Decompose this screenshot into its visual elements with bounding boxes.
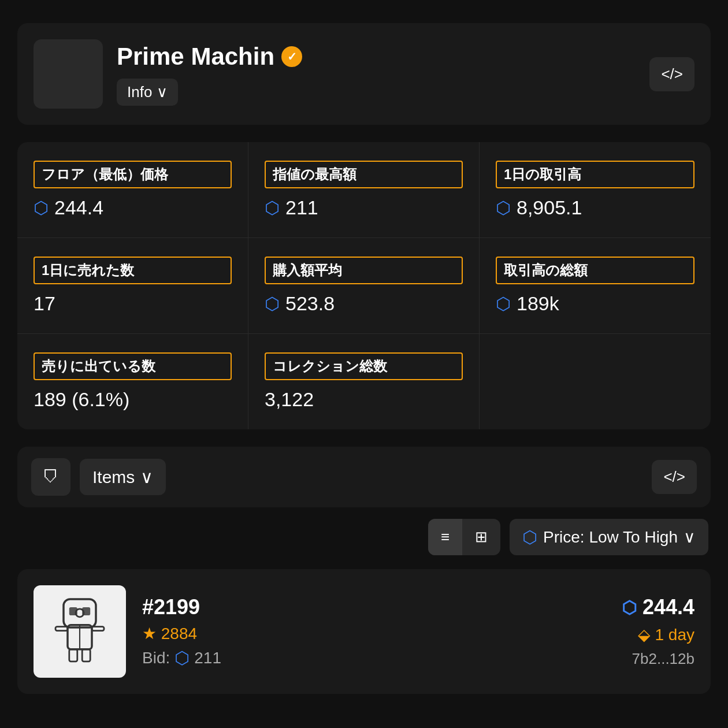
stat-label-listed: 売りに出ている数 [34,352,232,380]
stat-cell-avg: 購入額平均 ⬡ 523.8 [248,238,480,334]
svg-rect-6 [92,627,104,631]
svg-rect-5 [55,627,68,631]
stat-label-total-volume: 取引高の総額 [496,257,694,284]
bid-label: Bid: [142,649,170,667]
stat-cell-floor: フロア（最低）価格 ⬡ 244.4 [17,142,248,238]
bid-value: 211 [285,196,318,219]
stat-label-bid: 指値の最高額 [265,161,463,188]
rank-star-icon: ★ [142,625,157,642]
bid-value-item: 211 [194,649,221,667]
stat-value-total: 3,122 [265,388,463,411]
nft-price: ⬡ 244.4 [622,595,694,619]
nft-time: ⬙ 1 day [638,625,695,644]
stat-cell-listed: 売りに出ている数 189 (6.1%) [17,334,248,429]
stat-cell-sales: 1日に売れた数 17 [17,238,248,334]
eth-icon-price: ⬡ [622,597,637,618]
eth-icon-bid: ⬡ [265,198,280,218]
stat-label-floor: フロア（最低）価格 [34,161,232,188]
total-value: 3,122 [265,388,314,411]
stat-value-sales: 17 [34,292,232,315]
verified-badge: ✓ [281,46,302,67]
stat-value-volume-day: ⬡ 8,905.1 [496,196,694,219]
items-label: Items [92,467,135,487]
items-dropdown-button[interactable]: Items ∨ [80,459,166,495]
info-dropdown-button[interactable]: Info ∨ [117,79,178,106]
stats-grid-top: フロア（最低）価格 ⬡ 244.4 指値の最高額 ⬡ 211 1日の取引高 ⬡ … [17,142,711,429]
header-left: Prime Machin ✓ Info ∨ [34,39,302,109]
tag-icon: ⬙ [638,625,651,644]
embed-button[interactable]: </> [649,57,694,91]
sales-value: 17 [34,292,55,315]
total-volume-value: 189k [517,292,559,315]
avg-value: 523.8 [285,292,335,315]
sort-label: Price: Low To High [543,528,678,547]
stat-cell-total: コレクション総数 3,122 [248,334,480,429]
listed-value: 189 (6.1%) [34,388,129,411]
nft-image [34,585,126,678]
collection-title: Prime Machin ✓ [117,43,302,70]
stat-value-floor: ⬡ 244.4 [34,196,232,219]
stat-value-bid: ⬡ 211 [265,196,463,219]
items-toolbar: ⛉ Items ∨ </> [17,447,711,507]
nft-number: #2199 [142,595,606,619]
sort-dropdown-button[interactable]: ⬡ Price: Low To High ∨ [510,519,708,555]
nft-rank: ★ 2884 [142,624,606,643]
nft-address: 7b2...12b [632,650,694,668]
collection-info: Prime Machin ✓ Info ∨ [117,43,302,106]
stat-value-avg: ⬡ 523.8 [265,292,463,315]
stat-label-volume-day: 1日の取引高 [496,161,694,188]
stat-label-avg: 購入額平均 [265,257,463,284]
price-value: 244.4 [642,595,694,619]
collection-name: Prime Machin [117,43,274,70]
collection-avatar [34,39,103,109]
stat-label-sales: 1日に売れた数 [34,257,232,284]
svg-rect-0 [64,599,96,627]
stat-cell-total-volume: 取引高の総額 ⬡ 189k [480,238,711,334]
sort-toolbar: ≡ ⊞ ⬡ Price: Low To High ∨ [17,519,711,555]
floor-value: 244.4 [54,196,103,219]
eth-icon-floor: ⬡ [34,198,49,218]
nft-artwork [39,591,120,672]
stats-card: フロア（最低）価格 ⬡ 244.4 指値の最高額 ⬡ 211 1日の取引高 ⬡ … [17,142,711,429]
info-label: Info [127,83,152,101]
nft-item[interactable]: #2199 ★ 2884 Bid: ⬡ 211 ⬡ 244.4 ⬙ 1 day … [17,569,711,694]
toolbar-left: ⛉ Items ∨ [31,458,166,496]
eth-icon-bid-item: ⬡ [174,648,190,668]
nft-right: ⬡ 244.4 ⬙ 1 day 7b2...12b [622,595,694,668]
time-value: 1 day [655,626,695,644]
filter-icon: ⛉ [43,467,59,486]
stat-value-listed: 189 (6.1%) [34,388,232,411]
volume-day-value: 8,905.1 [517,196,582,219]
svg-rect-7 [69,649,77,662]
eth-icon-avg: ⬡ [265,294,280,314]
list-view-button[interactable]: ≡ [428,519,462,555]
stat-label-total: コレクション総数 [265,352,463,380]
eth-icon-sort: ⬡ [522,527,537,547]
rank-value: 2884 [161,625,197,642]
header-card: Prime Machin ✓ Info ∨ </> [17,23,711,125]
nft-details: #2199 ★ 2884 Bid: ⬡ 211 [142,595,606,668]
sort-chevron-icon: ∨ [684,528,696,547]
stat-cell-bid: 指値の最高額 ⬡ 211 [248,142,480,238]
grid-view-button[interactable]: ⊞ [462,519,500,555]
svg-rect-8 [82,649,90,662]
items-chevron-icon: ∨ [140,467,153,487]
eth-icon-volume-day: ⬡ [496,198,511,218]
stat-cell-empty [480,334,711,429]
filter-button[interactable]: ⛉ [31,458,70,496]
nft-bid: Bid: ⬡ 211 [142,648,606,668]
info-chevron-icon: ∨ [157,83,168,101]
view-toggle: ≡ ⊞ [428,519,500,555]
stat-value-total-volume: ⬡ 189k [496,292,694,315]
toolbar-embed-button[interactable]: </> [652,460,697,494]
stat-cell-volume-day: 1日の取引高 ⬡ 8,905.1 [480,142,711,238]
eth-icon-total-volume: ⬡ [496,294,511,314]
